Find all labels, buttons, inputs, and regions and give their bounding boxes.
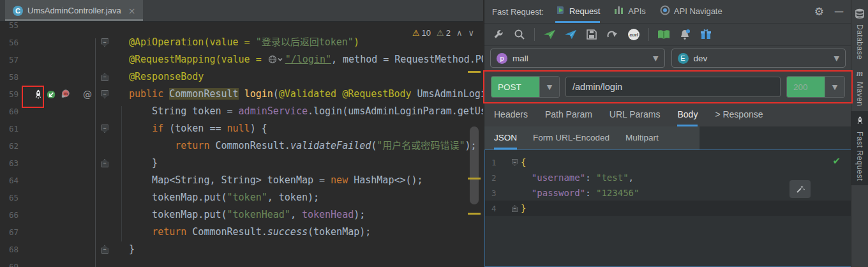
code-token: success — [267, 226, 308, 238]
fast-request-rocket-icon[interactable] — [33, 89, 43, 100]
code-token — [129, 226, 152, 238]
beautify-json-button[interactable] — [789, 180, 811, 198]
tool-window-button-maven[interactable]: mMaven — [851, 64, 868, 111]
json-body-editor[interactable]: 1−{2 "username": "test",3 "password": "1… — [484, 149, 851, 267]
inspection-widget[interactable]: ⚠10 ⚠2 ∧ ∨ — [412, 28, 474, 38]
code-token: , — [290, 209, 302, 220]
tab-label: APIs — [628, 6, 645, 16]
tab-api-navigate[interactable]: API Navigate — [660, 0, 722, 23]
code-token: : — [585, 188, 596, 198]
tab-json[interactable]: JSON — [494, 126, 517, 149]
fold-collapse-icon[interactable]: − — [101, 38, 108, 47]
prev-problem-icon[interactable]: ∧ — [456, 28, 463, 38]
save-icon[interactable] — [585, 28, 598, 41]
gutter-slot — [33, 51, 97, 68]
tab-headers[interactable]: Headers — [494, 103, 528, 126]
warning-count: 10 — [422, 28, 431, 38]
tab-form-url-encoded[interactable]: Form URL-Encoded — [533, 126, 610, 149]
request-line: POST ▼ 200 ▼ — [484, 70, 851, 103]
code-token — [129, 123, 152, 134]
code-text: Map<String, String> tokenMap = new HashM… — [112, 172, 483, 189]
json-text: { — [521, 155, 851, 170]
code-token: tokenMap.put( — [129, 192, 227, 203]
fold-collapse-icon[interactable]: − — [511, 158, 517, 165]
settings-gear-icon[interactable]: ⚙ — [814, 5, 824, 18]
code-line: 66 tokenMap.put("tokenHead", tokenHead); — [0, 206, 483, 224]
gutter-slot: m@ — [33, 86, 97, 103]
override-method-icon[interactable]: m — [60, 89, 70, 100]
apis-icon — [614, 6, 624, 17]
chevron-down-icon: ▼ — [832, 83, 837, 91]
tab-multipart[interactable]: Multipart — [625, 126, 659, 149]
request-mapping-icon[interactable] — [47, 89, 57, 100]
line-number: 62 — [0, 141, 33, 151]
editor-pane[interactable]: 5556−@ApiOperation(value = "登录以后返回token"… — [0, 0, 483, 267]
docs-book-icon[interactable] — [657, 28, 670, 41]
file-tab[interactable]: C UmsAdminController.java × — [5, 0, 143, 21]
code-line: 61− if (token == null) { — [0, 120, 483, 137]
json-line: 1−{ — [485, 155, 851, 170]
database-icon — [855, 8, 865, 21]
tab-request[interactable]: Request — [555, 0, 600, 23]
fold-expand-icon[interactable]: − — [511, 204, 517, 211]
code-token: } — [129, 157, 158, 169]
panel-tab-strip: RequestAPIsAPI Navigate — [555, 0, 722, 23]
tab-path-param[interactable]: Path Param — [545, 103, 592, 126]
line-number: 61 — [0, 124, 33, 134]
code-line: 58−@ResponseBody — [0, 68, 483, 86]
fold-collapse-icon[interactable]: − — [101, 125, 108, 133]
tab-response[interactable]: > Response — [715, 103, 763, 126]
env-select-value: dev — [694, 54, 708, 63]
annotation-at-icon: @ — [83, 89, 92, 100]
status-code-select[interactable]: 200 ▼ — [786, 76, 845, 98]
line-number: 56 — [0, 38, 33, 47]
maven-icon: m — [857, 68, 863, 79]
code-token: "test" — [596, 172, 629, 183]
editor-scrollbar[interactable] — [470, 126, 479, 204]
tool-window-label: Fast Request — [855, 132, 864, 181]
url-input[interactable] — [565, 77, 781, 97]
request-toolbar: curl — [484, 24, 851, 46]
tab-url-params[interactable]: URL Params — [610, 103, 661, 126]
code-line: 69 — [0, 258, 483, 267]
close-tab-icon[interactable]: × — [128, 6, 136, 16]
line-number: 4 — [485, 204, 508, 213]
tool-window-button-database[interactable]: Database — [851, 4, 868, 64]
body-type-tab-strip: JSONForm URL-EncodedMultipart — [484, 126, 700, 149]
env-select[interactable]: E dev ▼ — [671, 49, 846, 68]
code-token — [521, 188, 532, 198]
tab-apis[interactable]: APIs — [614, 0, 645, 23]
editor-tab-bar: C UmsAdminController.java × — [0, 0, 483, 22]
curl-icon[interactable]: curl — [627, 28, 640, 41]
next-problem-icon[interactable]: ∨ — [468, 28, 474, 38]
fold-expand-icon[interactable]: − — [101, 245, 108, 254]
notification-bell-icon[interactable] — [678, 28, 691, 41]
tab-body[interactable]: Body — [677, 103, 698, 126]
fold-expand-icon[interactable]: − — [101, 73, 108, 81]
java-class-icon: C — [13, 6, 23, 16]
status-code-value: 200 — [787, 77, 825, 97]
java-code-editor[interactable]: 5556−@ApiOperation(value = "登录以后返回token"… — [0, 17, 483, 267]
code-token: "123456" — [596, 188, 639, 198]
tool-window-button-fast-request[interactable]: Fast Request — [851, 111, 868, 185]
project-select[interactable]: p mall ▼ — [490, 49, 665, 68]
method-select[interactable]: POST ▼ — [491, 76, 560, 98]
wrench-icon[interactable] — [492, 28, 505, 41]
project-select-value: mall — [513, 54, 528, 63]
send-blue-icon[interactable] — [564, 28, 577, 41]
json-valid-checkmark-icon: ✔ — [832, 155, 841, 167]
fold-column: − — [508, 204, 521, 213]
code-token: } — [129, 243, 135, 255]
tab-label: API Navigate — [674, 6, 722, 16]
redo-icon[interactable] — [606, 28, 619, 41]
code-token: "token" — [227, 192, 267, 203]
request-section-tabs: HeadersPath ParamURL ParamsBody> Respons… — [484, 103, 851, 126]
search-icon[interactable] — [513, 28, 526, 41]
gift-icon[interactable] — [700, 28, 712, 41]
fold-collapse-icon[interactable]: − — [101, 90, 108, 98]
send-green-icon[interactable] — [543, 28, 556, 41]
fold-expand-icon[interactable]: − — [101, 159, 108, 167]
scrollbar-warning-mark — [468, 178, 481, 179]
fast-request-panel: Fast Request: RequestAPIsAPI Navigate ⚙ … — [484, 0, 851, 267]
minimize-icon[interactable]: — — [834, 6, 844, 17]
